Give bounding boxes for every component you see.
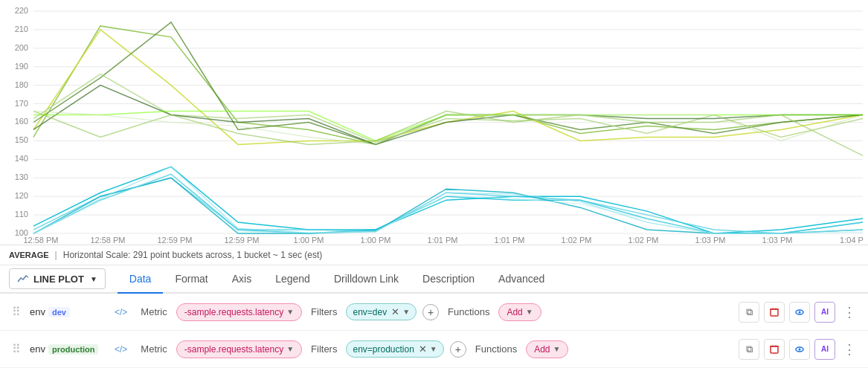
tab-advanced[interactable]: Advanced [486,265,556,294]
svg-text:1:01 PM: 1:01 PM [495,236,525,245]
svg-text:150: 150 [15,135,28,144]
filter-label-1: Filters [311,306,337,317]
svg-text:140: 140 [15,154,28,163]
functions-chevron-2: ▼ [553,345,561,353]
metric-chevron-2: ▼ [286,345,294,353]
delete-button-1[interactable] [764,302,785,323]
more-button-2[interactable]: ⋮ [840,340,859,359]
code-button-1[interactable]: </> [110,306,132,319]
row-actions-2: ⧉ AI ⋮ [739,339,859,360]
ai-button-2[interactable]: AI [814,339,835,360]
trash-icon-1 [769,307,779,317]
code-icon-1: </> [115,307,127,317]
line-chart-icon [17,273,29,285]
svg-rect-45 [771,346,778,353]
filter-label-2: Filters [311,343,337,355]
add-filter-1[interactable]: + [422,304,439,320]
svg-text:210: 210 [15,25,28,33]
env-label-1: env dev [30,306,104,317]
metric-dropdown-1[interactable]: -sample.requests.latency ▼ [176,303,302,321]
func-label-1: Functions [448,306,489,317]
chart-type-label: LINE PLOT [33,274,84,285]
svg-text:110: 110 [15,210,28,219]
svg-text:1:03 PM: 1:03 PM [695,236,726,245]
svg-text:12:59 PM: 12:59 PM [224,236,259,245]
functions-chevron-1: ▼ [526,308,533,316]
eye-icon-1 [794,307,805,317]
functions-dropdown-1[interactable]: Add ▼ [498,303,541,321]
line-chart: 220 210 200 190 180 170 160 150 140 130 … [0,0,868,245]
metric-label-1: Metric [141,306,167,317]
svg-text:160: 160 [15,117,28,126]
filter-chevron-1: ▼ [402,308,410,316]
svg-text:1:02 PM: 1:02 PM [629,236,659,245]
metric-row-1: ⠿ env dev </> Metric -sample.requests.la… [0,294,868,331]
tab-legend[interactable]: Legend [263,265,322,294]
svg-text:1:00 PM: 1:00 PM [361,236,391,245]
svg-text:170: 170 [15,99,28,108]
chevron-down-icon: ▼ [90,275,97,283]
tab-axis[interactable]: Axis [220,265,263,294]
drag-handle-2[interactable]: ⠿ [9,342,24,356]
env-label-2: env production [30,343,104,355]
more-button-1[interactable]: ⋮ [840,303,859,322]
tab-drilldown[interactable]: Drilldown Link [322,265,411,294]
avg-label: AVERAGE [9,251,49,259]
svg-point-44 [799,311,801,313]
add-filter-2[interactable]: + [450,341,466,358]
metric-label-2: Metric [141,343,167,355]
filter-chip-1: env=dev ✕ ▼ [346,303,417,320]
code-button-2[interactable]: </> [110,343,132,356]
tab-description[interactable]: Description [411,265,486,294]
filter-chip-close-1[interactable]: ✕ [391,306,399,317]
svg-text:190: 190 [15,62,28,71]
svg-text:1:00 PM: 1:00 PM [294,236,324,245]
metric-chevron-1: ▼ [286,308,294,316]
svg-text:1:01 PM: 1:01 PM [428,236,458,245]
avg-bar: AVERAGE | Horizontal Scale: 291 point bu… [0,245,868,265]
eye-button-1[interactable] [789,302,810,323]
svg-text:220: 220 [15,6,28,15]
row-actions-1: ⧉ AI ⋮ [739,302,859,323]
trash-icon-2 [769,344,779,355]
functions-dropdown-2[interactable]: Add ▼ [526,340,568,358]
env-tag-1: dev [48,307,70,317]
delete-button-2[interactable] [764,339,785,360]
copy-button-1[interactable]: ⧉ [739,302,759,323]
chart-type-button[interactable]: LINE PLOT ▼ [9,268,106,289]
metric-row-2: ⠿ env production </> Metric -sample.requ… [0,331,868,368]
filter-chevron-2: ▼ [430,345,437,353]
avg-separator: | [55,250,57,260]
func-label-2: Functions [475,343,517,355]
svg-rect-39 [771,309,778,316]
eye-icon-2 [794,344,805,355]
code-icon-2: </> [115,344,127,355]
svg-text:130: 130 [15,172,28,181]
copy-button-2[interactable]: ⧉ [739,339,759,360]
metric-dropdown-2[interactable]: -sample.requests.latency ▼ [176,340,302,358]
svg-text:12:59 PM: 12:59 PM [157,236,192,245]
svg-text:180: 180 [15,80,28,89]
env-tag-2: production [48,344,98,355]
svg-text:120: 120 [15,191,28,200]
drag-handle-1[interactable]: ⠿ [9,305,24,319]
filter-chip-close-2[interactable]: ✕ [419,343,427,355]
tab-format[interactable]: Format [163,265,219,294]
eye-button-2[interactable] [789,339,810,360]
avg-text: Horizontal Scale: 291 point buckets acro… [63,250,323,260]
tabs-bar: LINE PLOT ▼ Data Format Axis Legend Dril… [0,265,868,294]
ai-button-1[interactable]: AI [814,302,835,323]
filter-chip-2: env=production ✕ ▼ [346,340,443,358]
svg-text:1:03 PM: 1:03 PM [762,236,793,245]
svg-text:1:02 PM: 1:02 PM [562,236,592,245]
svg-text:1:04 P: 1:04 P [840,236,864,245]
svg-text:12:58 PM: 12:58 PM [23,236,58,245]
svg-text:200: 200 [15,43,28,52]
chart-area: 220 210 200 190 180 170 160 150 140 130 … [0,0,868,245]
svg-text:12:58 PM: 12:58 PM [90,236,125,245]
tab-data[interactable]: Data [118,265,164,294]
svg-point-50 [799,348,801,350]
